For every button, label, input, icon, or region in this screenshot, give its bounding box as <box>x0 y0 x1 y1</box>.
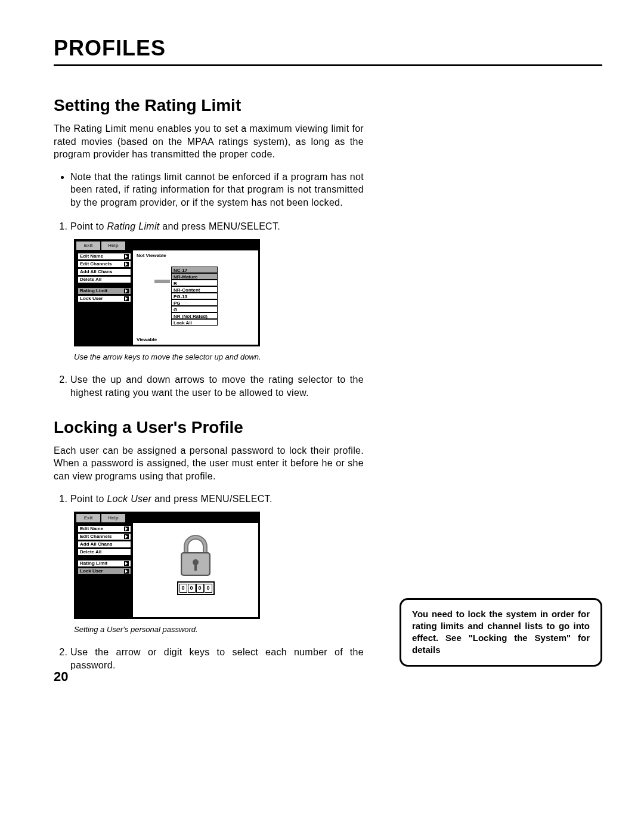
rating-caption: Use the arrow keys to move the selector … <box>74 352 364 361</box>
rating-nr-mature[interactable]: NR-Mature <box>171 273 218 280</box>
chevron-right-icon <box>124 534 129 539</box>
lock-step-1: Point to Lock User and press MENU/SELECT… <box>70 493 364 506</box>
lock-intro: Each user can be assigned a personal pas… <box>54 444 364 483</box>
menu-edit-name[interactable]: Edit Name <box>78 525 131 532</box>
digit-3[interactable]: 0 <box>196 584 204 593</box>
title-rule <box>54 64 602 66</box>
sidebar-menu: Edit Name Edit Channels Add All Chans De… <box>76 250 133 345</box>
note-box: You need to lock the system in order for… <box>400 598 602 667</box>
rating-pg13[interactable]: PG-13 <box>171 293 218 299</box>
help-button[interactable]: Help <box>101 241 126 250</box>
ratings-list[interactable]: NC-17 NR-Mature R NR-Content PG-13 PG G … <box>171 267 218 326</box>
lock-caption: Setting a User's personal password. <box>74 625 364 634</box>
menu-lock-user[interactable]: Lock User <box>78 295 131 302</box>
lock-step-2: Use the arrow or digit keys to select ea… <box>70 646 364 673</box>
digit-1[interactable]: 0 <box>179 584 187 593</box>
rating-figure: Exit Help Edit Name Edit Channels Add Al… <box>74 239 260 346</box>
rating-pg[interactable]: PG <box>171 299 218 306</box>
rating-step-2: Use the up and down arrows to move the r… <box>70 373 364 400</box>
lock-figure: Exit Help Edit Name Edit Channels Add Al… <box>74 512 260 619</box>
rating-r[interactable]: R <box>171 280 218 286</box>
menu-rating-limit[interactable]: Rating Limit <box>78 560 131 567</box>
menu-edit-channels[interactable]: Edit Channels <box>78 261 131 268</box>
rating-g[interactable]: G <box>171 306 218 312</box>
chevron-right-icon <box>124 289 129 293</box>
menu-edit-name[interactable]: Edit Name <box>78 253 131 260</box>
chevron-right-icon <box>124 569 129 574</box>
not-viewable-label: Not Viewable <box>137 253 255 258</box>
rating-nr-content[interactable]: NR-Content <box>171 286 218 293</box>
password-input[interactable]: 0 0 0 0 <box>177 581 215 595</box>
rating-nr[interactable]: NR (Not Rated) <box>171 312 218 319</box>
chevron-right-icon <box>124 527 129 531</box>
chevron-right-icon <box>124 561 129 566</box>
section-heading-rating: Setting the Rating Limit <box>54 96 364 115</box>
help-button[interactable]: Help <box>101 513 126 523</box>
page-title: PROFILES <box>54 36 602 61</box>
chevron-right-icon <box>124 262 129 267</box>
section-heading-lock: Locking a User's Profile <box>54 418 364 437</box>
menu-delete-all[interactable]: Delete All <box>78 276 131 283</box>
rating-note-bullet: Note that the ratings limit cannot be en… <box>70 171 364 209</box>
exit-button[interactable]: Exit <box>76 241 101 250</box>
lock-icon <box>177 535 215 577</box>
digit-4[interactable]: 0 <box>205 584 212 593</box>
chevron-right-icon <box>124 254 129 259</box>
rating-slider[interactable] <box>154 280 170 283</box>
svg-rect-3 <box>194 563 197 571</box>
viewable-label: Viewable <box>137 337 157 342</box>
menu-edit-channels[interactable]: Edit Channels <box>78 533 131 540</box>
rating-lockall[interactable]: Lock All <box>171 319 218 326</box>
page-number: 20 <box>54 669 68 685</box>
menu-add-all[interactable]: Add All Chans <box>78 268 131 275</box>
menu-rating-limit[interactable]: Rating Limit <box>78 287 131 295</box>
rating-nc17[interactable]: NC-17 <box>171 267 218 273</box>
menu-add-all[interactable]: Add All Chans <box>78 541 131 548</box>
chevron-right-icon <box>124 296 129 301</box>
digit-2[interactable]: 0 <box>188 584 196 593</box>
sidebar-menu: Edit Name Edit Channels Add All Chans De… <box>76 523 133 617</box>
rating-intro: The Rating Limit menu enables you to set… <box>54 122 364 161</box>
menu-lock-user[interactable]: Lock User <box>78 568 131 575</box>
rating-step-1: Point to Rating Limit and press MENU/SEL… <box>70 220 364 233</box>
menu-delete-all[interactable]: Delete All <box>78 549 131 556</box>
exit-button[interactable]: Exit <box>76 513 101 523</box>
